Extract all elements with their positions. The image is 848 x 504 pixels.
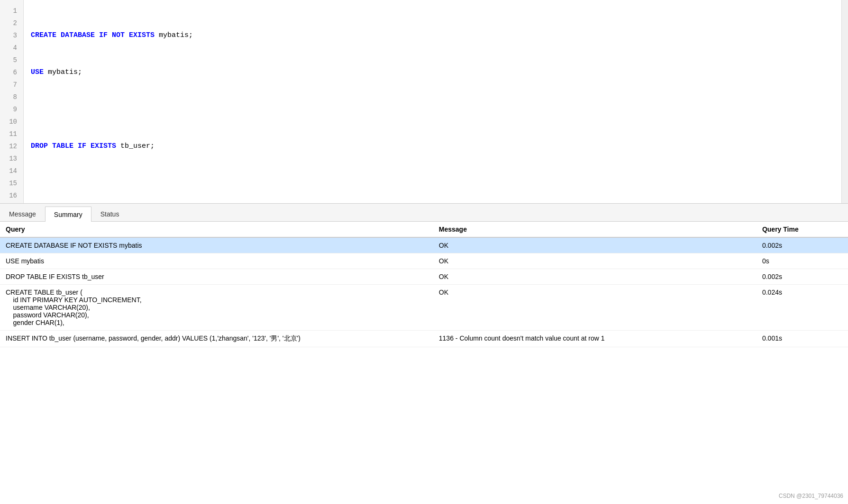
- cell-message: OK: [433, 269, 757, 285]
- table-row[interactable]: CREATE TABLE tb_user ( id INT PRIMARY KE…: [0, 285, 848, 331]
- cell-query: DROP TABLE IF EXISTS tb_user: [0, 269, 433, 285]
- cell-query: INSERT INTO tb_user (username, password,…: [0, 331, 433, 347]
- cell-message: 1136 - Column count doesn't match value …: [433, 331, 757, 347]
- results-table: Query Message Query Time CREATE DATABASE…: [0, 222, 848, 347]
- header-message: Message: [433, 222, 757, 237]
- cell-time: 0s: [757, 253, 848, 269]
- watermark: CSDN @2301_79744036: [779, 493, 843, 499]
- tab-status[interactable]: Status: [91, 206, 128, 221]
- header-query: Query: [0, 222, 433, 237]
- cell-message: OK: [433, 253, 757, 269]
- table-row[interactable]: INSERT INTO tb_user (username, password,…: [0, 331, 848, 347]
- cell-query: USE mybatis: [0, 253, 433, 269]
- table-row[interactable]: CREATE DATABASE IF NOT EXISTS mybatisOK0…: [0, 237, 848, 253]
- code-content[interactable]: CREATE DATABASE IF NOT EXISTS mybatis; U…: [24, 0, 848, 203]
- code-line-1: CREATE DATABASE IF NOT EXISTS mybatis;: [31, 29, 841, 42]
- table-row[interactable]: DROP TABLE IF EXISTS tb_userOK0.002s: [0, 269, 848, 285]
- editor-scrollbar[interactable]: [841, 0, 848, 203]
- results-tabs: Message Summary Status: [0, 204, 848, 222]
- results-area[interactable]: Query Message Query Time CREATE DATABASE…: [0, 222, 848, 504]
- header-time: Query Time: [757, 222, 848, 237]
- tab-summary[interactable]: Summary: [45, 207, 91, 222]
- table-row[interactable]: USE mybatisOK0s: [0, 253, 848, 269]
- cell-query: CREATE TABLE tb_user ( id INT PRIMARY KE…: [0, 285, 433, 331]
- cell-time: 0.002s: [757, 237, 848, 253]
- tab-message[interactable]: Message: [0, 206, 45, 221]
- table-header-row: Query Message Query Time: [0, 222, 848, 237]
- cell-time: 0.024s: [757, 285, 848, 331]
- code-line-2: USE mybatis;: [31, 66, 841, 79]
- code-editor[interactable]: 1 2 3 4 5 6 7 8 9 10 11 12 13 14 15 16 C…: [0, 0, 848, 204]
- cell-query: CREATE DATABASE IF NOT EXISTS mybatis: [0, 237, 433, 253]
- cell-message: OK: [433, 237, 757, 253]
- code-line-5: [31, 177, 841, 189]
- cell-message: OK: [433, 285, 757, 331]
- cell-time: 0.001s: [757, 331, 848, 347]
- cell-time: 0.002s: [757, 269, 848, 285]
- code-line-4: DROP TABLE IF EXISTS tb_user;: [31, 140, 841, 153]
- code-line-3: [31, 103, 841, 116]
- line-numbers: 1 2 3 4 5 6 7 8 9 10 11 12 13 14 15 16: [0, 0, 24, 203]
